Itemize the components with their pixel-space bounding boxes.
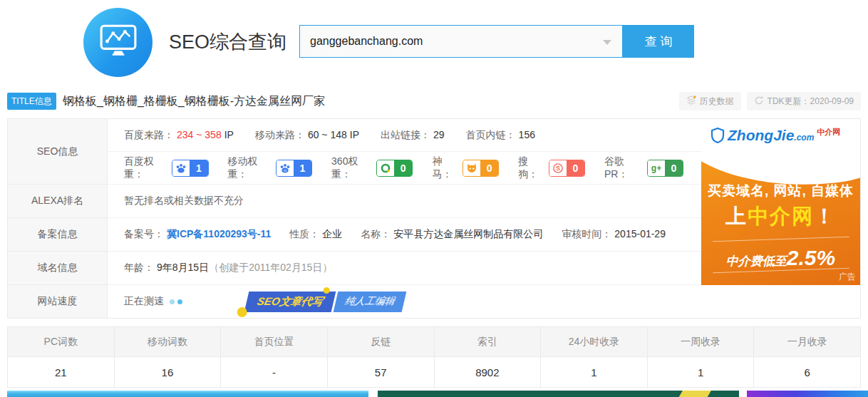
stats-value[interactable]: 57 [328, 357, 435, 387]
monitor-chart-icon [99, 24, 138, 62]
speed-row: 正在测速 SEO文章代写 纯人工编辑 [108, 285, 703, 318]
baidu-mobile-paw-icon: m [277, 160, 294, 176]
traffic-value: 156 [519, 129, 535, 140]
stats-header: PC词数 [8, 327, 115, 356]
zhongjie-cn-label: 中介网 [817, 128, 840, 136]
title-info-badge: TITLE信息 [7, 93, 56, 110]
row-label-domain: 域名信息 [8, 252, 107, 285]
layers-icon [686, 96, 696, 108]
weight-label: 360权重： [331, 155, 372, 181]
mobile-weight-badge[interactable]: m 1 [276, 160, 312, 177]
360-icon [377, 160, 394, 176]
weight-value: 0 [567, 160, 584, 176]
traffic-label: 出站链接： [381, 129, 430, 140]
baidu-paw-icon [172, 160, 190, 176]
weight-label: 移动权重： [228, 155, 272, 181]
query-button[interactable]: 查 询 [623, 25, 694, 58]
google-pr-badge[interactable]: g+ 0 [647, 160, 683, 177]
weight-value: 0 [394, 160, 412, 176]
svg-text:m: m [284, 168, 286, 172]
page-header: SEO综合查询 查 询 [0, 0, 868, 84]
search-input[interactable] [300, 26, 622, 57]
stats-header: 24小时收录 [541, 327, 648, 356]
site-title-text: 钢格板_钢格栅_格栅板_钢格栅板-方达金属丝网厂家 [63, 94, 325, 109]
stats-value[interactable]: - [221, 357, 328, 387]
traffic-item: 百度来路：234 ~ 358IP [124, 129, 234, 142]
baidu-weight: 百度权重： 1 [124, 155, 209, 181]
banner-left-text: SEO文章代写 [244, 292, 336, 312]
bottom-banner-left[interactable] [7, 391, 368, 397]
tdk-update-button[interactable]: TDK更新：2020-09-09 [747, 92, 861, 110]
bottom-banner-right[interactable] [747, 391, 868, 397]
alexa-text: 暂无排名或相关数据不充分 [124, 195, 244, 207]
ad-line2: 上中介网！ [701, 202, 860, 231]
stats-value[interactable]: 16 [115, 357, 222, 387]
stats-value[interactable]: 8902 [435, 357, 542, 387]
stats-value[interactable]: 21 [8, 357, 115, 387]
baidu-weight-badge[interactable]: 1 [172, 160, 208, 177]
so360-weight-badge[interactable]: 0 [376, 160, 413, 177]
beian-number-link[interactable]: 冀ICP备11020293号-11 [167, 228, 271, 239]
weight-label: 谷歌PR： [604, 155, 643, 181]
beian-nature-label: 性质： [289, 228, 319, 239]
stats-header-row: PC词数 移动词数 首页位置 反链 索引 24小时收录 一周收录 一月收录 [8, 327, 860, 357]
beian-number-label: 备案号： [124, 228, 164, 239]
svg-text:S: S [556, 165, 560, 172]
domain-row: 年龄： 9年8月15日 （创建于2011年02月15日） [108, 252, 703, 285]
traffic-item: 首页内链：156 [466, 129, 535, 142]
history-data-button[interactable]: 历史数据 [679, 92, 741, 110]
tdk-update-label: TDK更新：2020-09-09 [768, 96, 854, 108]
beian-nature: 性质：企业 [289, 228, 342, 241]
sogou-icon: S [549, 160, 567, 176]
traffic-value: 234 ~ 358 [177, 129, 222, 140]
banner-slash-accent [677, 391, 712, 397]
shenma-weight-badge[interactable]: 0 [463, 160, 499, 177]
search-bar: 查 询 [299, 25, 694, 58]
traffic-label: 首页内链： [466, 129, 516, 140]
banner-right-text: 纯人工编辑 [333, 292, 406, 312]
sogou-weight-badge[interactable]: S 0 [549, 160, 585, 177]
stats-header: 移动词数 [115, 327, 222, 356]
traffic-item: 移动来路：60 ~ 148IP [255, 129, 359, 142]
row-label-seo: SEO信息 [8, 119, 107, 185]
weight-value: 0 [480, 160, 498, 176]
beian-time: 审核时间：2015-01-29 [562, 228, 666, 241]
banner-dot-icon [237, 307, 247, 317]
stats-header: 反链 [328, 327, 435, 356]
seo-article-ad-banner[interactable]: SEO文章代写 纯人工编辑 [244, 292, 406, 312]
stats-header: 首页位置 [221, 327, 328, 356]
mobile-weight: 移动权重： m 1 [228, 155, 313, 181]
stats-value[interactable]: 1 [648, 357, 755, 387]
traffic-value: 29 [433, 129, 445, 140]
row-label-beian: 备案信息 [8, 218, 107, 252]
shenma-weight: 神马： 0 [432, 155, 499, 181]
weight-label: 百度权重： [124, 155, 167, 181]
stats-value[interactable]: 1 [541, 357, 648, 387]
google-plus-icon: g+ [648, 160, 665, 176]
google-pr: 谷歌PR： g+ 0 [604, 155, 683, 181]
zhongjie-wordmark: ZhongJie.com [728, 128, 814, 145]
svg-text:g+: g+ [651, 163, 661, 173]
ad-line3: 中介费低至2.5% [701, 246, 860, 270]
domain-created-value: （创建于2011年02月15日） [209, 262, 332, 274]
row-label-alexa: ALEXA排名 [8, 185, 107, 218]
so360-weight: 360权重： 0 [331, 155, 413, 181]
dropdown-caret-icon[interactable] [603, 40, 611, 45]
beian-name-value: 安平县方达金属丝网制品有限公司 [393, 228, 543, 239]
zhongjie-logo: ZhongJie.com 中介网 [711, 128, 840, 146]
beian-time-label: 审核时间： [562, 228, 611, 239]
alexa-row: 暂无排名或相关数据不充分 [108, 185, 703, 218]
traffic-unit: IP [224, 129, 234, 140]
beian-number: 备案号：冀ICP备11020293号-11 [124, 228, 271, 241]
weight-value: 1 [190, 160, 207, 176]
shield-icon [711, 128, 725, 146]
traffic-label: 移动来路： [255, 129, 305, 140]
seo-info-table: SEO信息 ALEXA排名 备案信息 域名信息 网站速度 百度来路：234 ~ … [7, 118, 861, 319]
history-data-label: 历史数据 [700, 96, 734, 108]
bottom-banner-middle[interactable] [378, 391, 739, 397]
traffic-unit: IP [350, 129, 359, 140]
stats-value[interactable]: 6 [754, 357, 860, 387]
zhongjie-ad[interactable]: ZhongJie.com 中介网 买卖域名, 网站, 自媒体 上中介网！ 中介费… [701, 119, 860, 285]
ad-divider [713, 237, 849, 242]
traffic-value: 60 ~ 148 [308, 129, 347, 140]
